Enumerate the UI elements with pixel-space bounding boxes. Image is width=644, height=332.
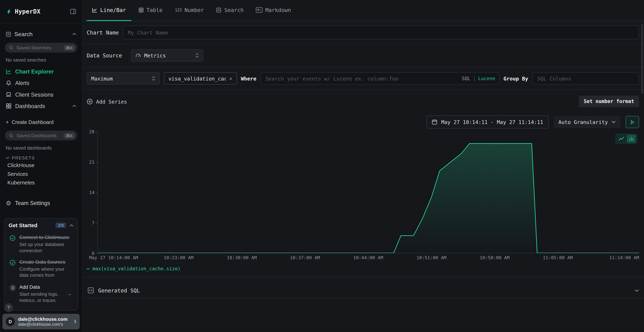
x-tick-label: 11:14:00 AM — [609, 255, 639, 260]
chart-plot[interactable] — [97, 132, 639, 254]
saved-dashboards-input[interactable]: Saved Dashboards ⌘K — [5, 130, 77, 140]
tab-number[interactable]: 123 Number — [170, 0, 209, 21]
tab-search[interactable]: Search — [211, 0, 249, 21]
tab-label: Line/Bar — [100, 7, 126, 13]
data-source-select[interactable]: Metrics — [131, 49, 204, 62]
user-menu[interactable]: D dale@clickhouse.com dale@clickhouse.co… — [2, 314, 80, 329]
x-tick-label: 10:51:00 AM — [416, 255, 446, 260]
nav-label: Alerts — [15, 80, 29, 86]
y-tick-label: 7 — [92, 220, 94, 226]
bolt-icon — [6, 8, 12, 14]
bar-view-button[interactable] — [627, 135, 636, 143]
step-number: 3 — [10, 284, 16, 291]
get-started-item-connect[interactable]: Connect to ClickHouse Set up your databa… — [8, 232, 74, 256]
create-dashboard-button[interactable]: + Create Dashboard — [0, 118, 82, 127]
y-tick-mark — [96, 162, 97, 162]
search-icon — [9, 46, 14, 50]
date-range-value: May 27 10:14:11 - May 27 11:14:11 — [441, 119, 543, 125]
collapse-sidebar-button[interactable] — [70, 8, 76, 15]
lucene-toggle[interactable]: Lucene — [478, 76, 495, 81]
set-number-format-button[interactable]: Set number format — [579, 96, 639, 107]
saved-searches-input[interactable]: Saved Searches ⌘K — [5, 43, 77, 52]
get-started-header[interactable]: Get Started 2/3 — [8, 222, 74, 228]
sql-toggle[interactable]: SQL — [462, 76, 470, 81]
numbers-icon: 123 — [175, 8, 182, 12]
presets-toggle[interactable]: PRESETS — [6, 155, 76, 160]
chart-name-row: Chart Name — [82, 21, 644, 44]
preset-services[interactable]: Services — [0, 170, 82, 178]
help-button[interactable]: ? — [4, 303, 13, 312]
metric-chip[interactable]: visa_validation_cach × — [164, 72, 237, 84]
scrollbar-thumb[interactable] — [641, 24, 643, 94]
preset-label: Kubernetes — [7, 180, 35, 186]
markdown-icon: M↓ — [256, 7, 262, 13]
y-axis: 07142128 — [86, 132, 97, 254]
get-started-item-add-data[interactable]: 3 Add Data Start sending logs, metrics, … — [8, 281, 74, 306]
add-series-button[interactable]: Add Series — [86, 98, 127, 104]
aggregation-select[interactable]: Maximum — [86, 72, 160, 84]
main-content: Line/Bar Table 123 Number Search M↓ Mark… — [82, 0, 644, 332]
get-started-card: Get Started 2/3 Connect to ClickHouse Se… — [4, 218, 78, 310]
series-config-row: Maximum visa_validation_cach × Where SQL… — [82, 68, 644, 90]
nav-label: Chart Explorer — [15, 68, 54, 74]
series-fill — [98, 144, 639, 253]
group-by-input[interactable] — [532, 72, 639, 84]
aggregation-value: Maximum — [91, 75, 149, 82]
panel-collapse-icon — [70, 8, 76, 15]
step-number-badge: 3 — [10, 284, 16, 303]
y-tick-mark — [96, 132, 97, 132]
search-section-header[interactable]: Search — [0, 29, 82, 40]
preset-clickhouse[interactable]: ClickHouse — [0, 161, 82, 170]
remove-metric-icon[interactable]: × — [229, 76, 232, 81]
y-tick-label: 28 — [89, 129, 94, 134]
preset-label: Services — [7, 171, 28, 177]
query-language-toggle: SQL | Lucene — [462, 76, 495, 81]
play-icon — [630, 119, 635, 125]
get-started-item-sources[interactable]: Create Data Sources Configure where your… — [8, 256, 74, 282]
list-icon — [6, 32, 11, 37]
sidebar-nav: Chart Explorer Alerts Client Sessions Da… — [0, 66, 82, 112]
chart-name-input[interactable] — [123, 26, 639, 39]
user-email: dale@clickhouse.com — [18, 316, 71, 322]
bar-chart-icon — [628, 136, 634, 142]
tab-markdown[interactable]: M↓ Markdown — [250, 0, 296, 21]
x-tick-label: May 27 10:14:00 AM — [89, 255, 138, 260]
tab-line-bar[interactable]: Line/Bar — [86, 0, 131, 21]
line-chart-icon — [92, 7, 97, 13]
chart-area: 07142128 May 27 10:14:00 AM10:2 — [86, 132, 639, 262]
calendar-icon — [432, 119, 438, 125]
sidebar-item-dashboards[interactable]: Dashboards — [0, 100, 82, 112]
granularity-select[interactable]: Auto Granularity — [554, 116, 620, 128]
plus-icon: + — [6, 120, 9, 125]
sidebar-item-client-sessions[interactable]: Client Sessions — [0, 89, 82, 100]
team-settings-button[interactable]: ⚙ Team Settings — [0, 198, 82, 208]
legend[interactable]: — max(visa_validation_cache.size) — [86, 266, 639, 271]
tab-table[interactable]: Table — [133, 0, 168, 21]
chart-name-label: Chart Name — [86, 29, 119, 36]
section-divider — [82, 298, 644, 298]
y-tick-label: 21 — [89, 160, 94, 165]
y-tick-label: 14 — [89, 190, 94, 195]
saved-searches-placeholder: Saved Searches — [16, 45, 61, 50]
run-query-button[interactable] — [626, 116, 639, 128]
x-tick-label: 10:37:00 AM — [290, 255, 320, 260]
generated-sql-toggle[interactable]: Generated SQL — [82, 283, 644, 298]
line-view-button[interactable] — [617, 135, 626, 143]
chevron-up-icon — [72, 105, 76, 107]
granularity-value: Auto Granularity — [558, 119, 608, 125]
unfold-icon — [152, 76, 155, 81]
get-started-item-desc: Configure where your data comes from — [19, 266, 72, 278]
chevron-up-icon — [72, 33, 76, 36]
unfold-icon — [196, 53, 199, 58]
create-dashboard-label: Create Dashboard — [12, 120, 54, 125]
nav-label: Client Sessions — [15, 92, 54, 98]
line-chart-icon — [618, 136, 624, 142]
check-circle-icon — [10, 260, 16, 278]
sidebar-item-chart-explorer[interactable]: Chart Explorer — [0, 66, 82, 77]
user-team: dale@clickhouse.com's — [18, 322, 71, 327]
no-saved-searches-text: No saved searches — [6, 58, 76, 62]
toggle-separator: | — [473, 76, 476, 81]
preset-kubernetes[interactable]: Kubernetes — [0, 178, 82, 187]
date-range-picker[interactable]: May 27 10:14:11 - May 27 11:14:11 — [426, 116, 549, 128]
sidebar-item-alerts[interactable]: Alerts — [0, 77, 82, 89]
